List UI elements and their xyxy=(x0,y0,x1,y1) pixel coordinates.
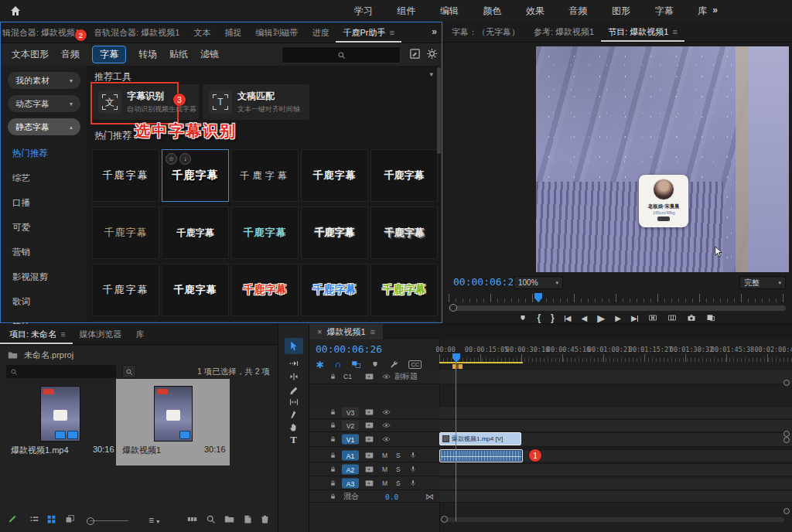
lane-mix[interactable] xyxy=(439,490,792,503)
template-card[interactable]: 千鹿字幕 xyxy=(231,206,299,259)
category-film-mix[interactable]: 影视混剪 xyxy=(12,271,87,283)
tab-edit-to-tape[interactable]: 编辑到磁带 xyxy=(248,22,305,43)
favorite-icon[interactable]: ☆ xyxy=(166,153,177,165)
tab-qianlu-assistant[interactable]: 千鹿Pr助手 ≡ xyxy=(336,22,401,43)
scrollbar-handle[interactable] xyxy=(449,304,457,312)
mute-button[interactable]: M xyxy=(382,466,387,473)
eye-icon[interactable] xyxy=(382,373,391,380)
lock-icon[interactable] xyxy=(329,373,336,380)
track-badge-a1[interactable]: A1 xyxy=(342,451,359,461)
track-badge-v1[interactable]: V1 xyxy=(342,435,359,445)
workspace-item[interactable]: 效果 xyxy=(526,5,544,18)
timeline-timecode[interactable]: 00:00:06:26 xyxy=(316,343,382,355)
subtab-text-graphics[interactable]: 文本图形 xyxy=(12,48,49,61)
category-variety[interactable]: 综艺 xyxy=(12,172,87,184)
tab-text[interactable]: 文本 xyxy=(186,22,217,43)
list-view-icon[interactable] xyxy=(29,514,39,524)
mic-icon[interactable] xyxy=(410,452,416,459)
mark-out-icon[interactable]: } xyxy=(551,312,555,323)
search-input[interactable] xyxy=(282,46,401,63)
mix-volume-value[interactable]: 0.0 xyxy=(385,492,398,500)
snap-magnet-icon[interactable]: ∩ xyxy=(335,359,342,370)
step-forward-icon[interactable]: ▶ xyxy=(615,314,621,322)
category-talking[interactable]: 口播 xyxy=(12,197,87,209)
project-search-input[interactable] xyxy=(6,365,116,378)
freeform-view-icon[interactable] xyxy=(65,514,75,524)
source-patch-icon[interactable] xyxy=(365,409,374,416)
lane-a2[interactable] xyxy=(439,463,792,476)
eye-icon[interactable] xyxy=(382,409,391,416)
sidebar-group-dynamic-subtitles[interactable]: 动态字幕 ▾ xyxy=(8,95,80,112)
home-icon[interactable] xyxy=(9,5,22,17)
new-bin-icon[interactable] xyxy=(224,514,234,524)
goto-in-icon[interactable]: ◀ xyxy=(565,314,572,322)
find-icon[interactable] xyxy=(206,514,216,524)
subtab-subtitles[interactable]: 字幕 xyxy=(92,46,126,63)
clip-name[interactable]: 爆款视频1.mp4 xyxy=(11,445,69,456)
sidebar-group-static-subtitles[interactable]: 静态字幕 ▴ xyxy=(8,118,80,135)
template-card[interactable]: 千鹿字幕 xyxy=(92,206,159,259)
source-patch-icon[interactable] xyxy=(365,422,374,429)
track-height-handle[interactable] xyxy=(783,380,790,386)
track-height-handle[interactable] xyxy=(783,431,790,437)
audio-clip-a1[interactable] xyxy=(439,449,523,462)
tab-progress[interactable]: 进度 xyxy=(305,22,336,43)
mute-button[interactable]: M xyxy=(382,452,387,459)
track-badge-v2[interactable]: V2 xyxy=(342,421,359,431)
template-card[interactable]: 千鹿字幕 xyxy=(301,264,368,316)
download-icon[interactable]: ↓ xyxy=(179,153,191,165)
linked-selection-icon[interactable] xyxy=(351,360,361,369)
track-select-tool[interactable] xyxy=(288,359,299,368)
tab-program[interactable]: 节目: 爆款视频1 ≡ xyxy=(601,22,684,42)
template-card[interactable]: 千鹿字幕 xyxy=(231,149,299,202)
solo-button[interactable]: S xyxy=(396,466,401,473)
track-height-handle[interactable] xyxy=(783,437,790,443)
lock-icon[interactable] xyxy=(329,452,336,459)
lock-icon[interactable] xyxy=(329,466,336,473)
tab-audio-track-mixer[interactable]: 音轨混合器: 爆款视频1 xyxy=(87,22,186,43)
hand-tool[interactable] xyxy=(288,422,299,432)
panel-menu-icon[interactable]: ≡ xyxy=(389,28,394,37)
lift-icon[interactable] xyxy=(648,313,657,322)
panel-menu-icon[interactable]: ≡ xyxy=(672,27,677,36)
solo-button[interactable]: S xyxy=(396,452,401,459)
selection-tool[interactable] xyxy=(285,338,303,354)
automate-to-sequence-icon[interactable] xyxy=(187,514,197,524)
template-card[interactable]: 千鹿字幕 xyxy=(162,264,229,316)
solo-button[interactable]: S xyxy=(396,479,401,487)
type-tool[interactable]: T xyxy=(290,434,297,446)
video-clip-v1[interactable]: 爆款视频1.mp4 [V] xyxy=(439,432,521,445)
source-patch-icon[interactable] xyxy=(365,373,374,380)
tab-capture[interactable]: 捕捉 xyxy=(217,22,248,43)
captions-cc-icon[interactable]: CC xyxy=(408,360,422,369)
zoom-level-dropdown[interactable]: 100% ▾ xyxy=(514,276,563,289)
timeline-ruler[interactable] xyxy=(439,354,792,362)
template-card[interactable]: 千鹿字幕 xyxy=(301,149,368,202)
timeline-hscrollbar[interactable] xyxy=(441,517,784,522)
eye-icon[interactable] xyxy=(382,422,391,429)
lock-icon[interactable] xyxy=(329,480,336,487)
source-patch-icon[interactable] xyxy=(365,480,374,487)
scrollbar-handle[interactable] xyxy=(441,516,448,523)
lock-icon[interactable] xyxy=(329,422,336,429)
add-marker-icon[interactable] xyxy=(371,360,379,368)
template-card[interactable]: 千鹿字幕 xyxy=(301,206,368,259)
sidebar-group-my-assets[interactable]: 我的素材 ▾ xyxy=(8,72,80,89)
content-scrollbar[interactable] xyxy=(437,67,441,154)
lane-a3[interactable] xyxy=(439,477,792,490)
workspace-item[interactable]: 组件 xyxy=(398,5,416,18)
track-badge-a2[interactable]: A2 xyxy=(342,465,359,475)
keyframe-navigator-icon[interactable]: ⋈ xyxy=(425,491,434,501)
pen-tool[interactable] xyxy=(289,410,299,420)
panel-menu-icon[interactable]: ≡ xyxy=(370,327,375,336)
source-patch-icon[interactable] xyxy=(365,452,374,459)
transcript-match-card[interactable]: T 文稿匹配 文本一键对齐时间轴 xyxy=(203,84,309,120)
comparison-view-icon[interactable] xyxy=(706,313,715,322)
workspace-item[interactable]: 库 xyxy=(698,5,707,18)
subtab-transitions[interactable]: 转场 xyxy=(138,48,157,61)
sequence-name[interactable]: 爆款视频1 xyxy=(122,445,161,456)
template-card-selected[interactable]: ☆ ↓ 千鹿字幕 xyxy=(162,149,229,202)
timeline-settings-wrench-icon[interactable] xyxy=(389,360,398,369)
template-card[interactable]: 千鹿字幕 xyxy=(370,264,438,316)
tab-overflow-icon[interactable]: » xyxy=(432,26,437,37)
